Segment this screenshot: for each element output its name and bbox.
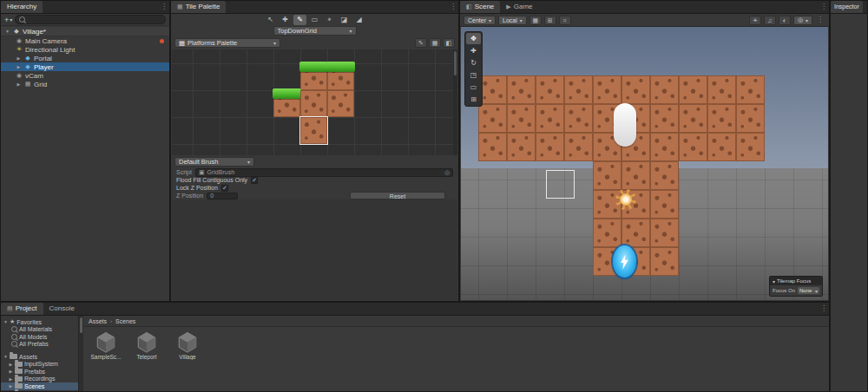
expand-arrow-icon[interactable]: ▼ <box>4 29 10 34</box>
gizmo-toggle-icon[interactable]: ◧ <box>443 38 455 48</box>
file-teleport[interactable]: Teleport <box>129 330 164 360</box>
lock-z-checkbox[interactable] <box>221 185 228 192</box>
flood-fill-checkbox[interactable] <box>251 177 258 184</box>
object-picker-icon[interactable]: ◎ <box>444 169 450 176</box>
scene-effects-icon[interactable]: ◐ <box>779 16 791 25</box>
folder-recordings[interactable]: ▶ Recordings <box>1 376 78 383</box>
focus-on-dropdown[interactable]: None ▾ <box>798 287 819 294</box>
dirt-tile[interactable] <box>300 90 327 117</box>
tab-scene[interactable]: ◧Scene <box>460 1 500 13</box>
gizmos-dropdown[interactable]: ◎▾ <box>793 16 812 25</box>
dirt-tile[interactable] <box>507 133 536 161</box>
dirt-tile[interactable] <box>478 133 507 161</box>
dirt-tile[interactable] <box>536 133 564 161</box>
z-position-field[interactable]: 0 <box>207 193 238 199</box>
dirt-tile[interactable] <box>679 104 707 133</box>
scene-more-icon[interactable]: ⋮ <box>815 14 825 26</box>
dirt-tile[interactable] <box>621 75 650 104</box>
dirt-tile[interactable] <box>564 133 593 161</box>
selected-dirt-tile[interactable] <box>300 117 327 144</box>
expand-arrow-icon[interactable]: ▶ <box>9 369 13 374</box>
dirt-tile[interactable] <box>650 190 679 219</box>
tilemap-focus-title[interactable]: ▾ Tilemap Focus <box>770 277 822 285</box>
edit-palette-icon[interactable]: ✎ <box>415 38 427 48</box>
folder-inputsystem[interactable]: ▶ InputSystem <box>1 361 78 369</box>
palette-tile-grid[interactable] <box>172 49 457 155</box>
select-tool-icon[interactable]: ↖ <box>264 15 277 25</box>
box-fill-tool-icon[interactable]: ▭ <box>308 15 321 25</box>
folder-scenes[interactable]: ▶ Scenes <box>1 382 78 390</box>
sun-sprite[interactable] <box>615 189 636 210</box>
dirt-tile[interactable] <box>536 75 564 104</box>
grass-tile[interactable] <box>300 63 327 90</box>
transform-tool-icon[interactable]: ⊞ <box>466 94 481 105</box>
tab-project[interactable]: ▤Project <box>1 303 43 315</box>
file-samplescene[interactable]: SampleSc... <box>89 330 123 360</box>
pivot-mode-dropdown[interactable]: Center▾ <box>464 16 496 25</box>
hierarchy-item-main-camera[interactable]: ◉ Main Camera <box>1 36 169 45</box>
scene-audio-icon[interactable]: ♫ <box>764 16 776 25</box>
tab-inspector[interactable]: Inspector <box>831 1 863 13</box>
dirt-tile[interactable] <box>478 104 507 133</box>
hierarchy-item-vcam[interactable]: ◉ vCam <box>1 71 169 80</box>
dirt-tile[interactable] <box>564 75 593 104</box>
dirt-tile[interactable] <box>736 133 765 161</box>
paint-brush-tool-icon[interactable]: ✎ <box>293 15 306 25</box>
active-brush-dropdown[interactable]: Default Brush▾ <box>174 157 254 167</box>
expand-arrow-icon[interactable]: ▼ <box>3 319 8 324</box>
dirt-tile[interactable] <box>650 161 679 190</box>
hierarchy-search-input[interactable] <box>15 15 166 24</box>
grass-tile[interactable] <box>327 63 354 90</box>
grid-toggle-icon[interactable]: ▦ <box>429 38 441 48</box>
move-tool-icon[interactable]: ✚ <box>279 15 292 25</box>
grid-snap-icon[interactable]: ⌗ <box>559 16 571 25</box>
favorite-all-models[interactable]: All Models <box>1 333 78 341</box>
player-capsule[interactable] <box>614 103 636 147</box>
grass-tile[interactable] <box>273 90 300 117</box>
dirt-tile[interactable] <box>707 75 736 104</box>
fill-bucket-tool-icon[interactable]: ◢ <box>352 15 365 25</box>
dirt-tile[interactable] <box>564 104 593 133</box>
dirt-tile[interactable] <box>650 75 679 104</box>
hierarchy-item-player[interactable]: ▶ ◆ Player <box>1 62 169 71</box>
scene-lighting-icon[interactable]: ☀ <box>749 16 761 25</box>
picker-tool-icon[interactable]: ⌖ <box>323 15 336 25</box>
eraser-tool-icon[interactable]: ◪ <box>338 15 351 25</box>
favorite-all-prefabs[interactable]: All Prefabs <box>1 341 78 349</box>
dirt-tile[interactable] <box>679 133 707 161</box>
tab-tile-palette[interactable]: ▦Tile Palette <box>171 1 226 13</box>
hierarchy-item-portal[interactable]: ▶ ◆ Portal <box>1 54 169 62</box>
dirt-tile[interactable] <box>736 75 765 104</box>
active-palette-dropdown[interactable]: ▦ Platforms Palette ▾ <box>174 38 280 48</box>
dirt-tile[interactable] <box>593 75 621 104</box>
snap-toggle-icon[interactable]: ⊞ <box>544 16 556 25</box>
scene-viewport[interactable]: ✥ ✚ ↻ ◳ ▭ ⊞ ▾ Tilemap Focus Focus On Non… <box>461 27 828 300</box>
hierarchy-scene-row[interactable]: ▼ ◆ Village* <box>1 27 169 36</box>
portal-sprite[interactable] <box>613 245 636 278</box>
hierarchy-item-directional-light[interactable]: ☀ Directional Light <box>1 45 169 54</box>
favorite-all-materials[interactable]: All Materials <box>1 326 78 334</box>
dirt-tile[interactable] <box>327 90 354 117</box>
expand-arrow-icon[interactable]: ▶ <box>9 376 13 382</box>
dirt-tile[interactable] <box>707 104 736 133</box>
dirt-tile[interactable] <box>679 75 707 104</box>
dirt-tile[interactable] <box>650 133 679 161</box>
hierarchy-menu-icon[interactable]: ⋮ <box>159 1 169 13</box>
move-tool-icon[interactable]: ✚ <box>466 45 481 56</box>
file-village[interactable]: Village <box>170 330 205 360</box>
tab-console[interactable]: Console <box>43 303 81 315</box>
dirt-tile[interactable] <box>650 104 679 133</box>
tab-game[interactable]: ▶Game <box>500 1 538 13</box>
expand-arrow-icon[interactable]: ▶ <box>16 82 22 87</box>
dirt-tile[interactable] <box>593 219 621 247</box>
expand-arrow-icon[interactable]: ▶ <box>16 64 22 69</box>
dirt-tile[interactable] <box>650 219 679 247</box>
script-object-field[interactable]: ▣ GridBrush ◎ <box>195 168 453 177</box>
view-hand-tool-icon[interactable]: ✥ <box>466 33 481 44</box>
dirt-tile[interactable] <box>507 75 536 104</box>
project-menu-icon[interactable]: ⋮ <box>819 303 829 315</box>
dirt-tile[interactable] <box>593 161 621 190</box>
folder-scripts[interactable]: ▶ Scripts <box>1 390 78 392</box>
dirt-tile[interactable] <box>707 133 736 161</box>
expand-arrow-icon[interactable]: ▼ <box>3 354 8 359</box>
